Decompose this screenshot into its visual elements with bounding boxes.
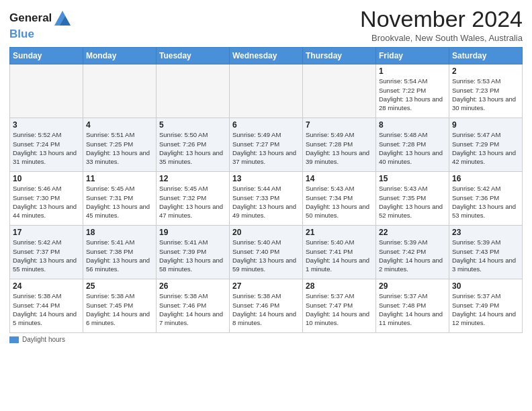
calendar-week-row: 1Sunrise: 5:54 AM Sunset: 7:22 PM Daylig… xyxy=(10,64,523,118)
day-info: Sunrise: 5:47 AM Sunset: 7:29 PM Dayligh… xyxy=(452,130,519,166)
day-info: Sunrise: 5:42 AM Sunset: 7:36 PM Dayligh… xyxy=(452,184,519,220)
calendar-week-row: 10Sunrise: 5:46 AM Sunset: 7:30 PM Dayli… xyxy=(10,172,523,226)
calendar-cell: 21Sunrise: 5:40 AM Sunset: 7:41 PM Dayli… xyxy=(303,226,376,279)
legend-box xyxy=(9,336,19,343)
calendar-cell: 30Sunrise: 5:37 AM Sunset: 7:49 PM Dayli… xyxy=(449,279,523,333)
calendar-cell: 25Sunrise: 5:38 AM Sunset: 7:45 PM Dayli… xyxy=(83,279,157,333)
day-info: Sunrise: 5:52 AM Sunset: 7:24 PM Dayligh… xyxy=(13,130,80,166)
calendar-cell: 29Sunrise: 5:37 AM Sunset: 7:48 PM Dayli… xyxy=(376,279,449,333)
calendar-cell: 18Sunrise: 5:41 AM Sunset: 7:38 PM Dayli… xyxy=(83,226,157,279)
day-number: 14 xyxy=(306,174,373,183)
weekday-header: Thursday xyxy=(303,48,376,64)
header: General Blue November 2024 Brookvale, Ne… xyxy=(9,7,523,43)
day-info: Sunrise: 5:42 AM Sunset: 7:37 PM Dayligh… xyxy=(13,238,80,273)
title-block: November 2024 Brookvale, New South Wales… xyxy=(360,7,523,43)
day-info: Sunrise: 5:41 AM Sunset: 7:39 PM Dayligh… xyxy=(159,238,226,273)
day-number: 28 xyxy=(306,281,373,291)
day-number: 8 xyxy=(379,120,446,130)
calendar-cell: 11Sunrise: 5:45 AM Sunset: 7:31 PM Dayli… xyxy=(83,172,157,226)
day-number: 26 xyxy=(159,281,226,291)
legend-label: Daylight hours xyxy=(22,336,65,343)
day-info: Sunrise: 5:37 AM Sunset: 7:49 PM Dayligh… xyxy=(452,291,519,327)
day-number: 17 xyxy=(13,228,80,237)
calendar-cell xyxy=(83,64,157,118)
calendar-cell xyxy=(157,64,230,118)
calendar-cell: 1Sunrise: 5:54 AM Sunset: 7:22 PM Daylig… xyxy=(376,64,449,118)
day-number: 21 xyxy=(306,228,373,237)
calendar-cell: 16Sunrise: 5:42 AM Sunset: 7:36 PM Dayli… xyxy=(449,172,523,226)
calendar-week-row: 17Sunrise: 5:42 AM Sunset: 7:37 PM Dayli… xyxy=(10,226,523,279)
calendar-cell: 3Sunrise: 5:52 AM Sunset: 7:24 PM Daylig… xyxy=(10,118,83,172)
day-info: Sunrise: 5:41 AM Sunset: 7:38 PM Dayligh… xyxy=(86,238,153,273)
day-info: Sunrise: 5:51 AM Sunset: 7:25 PM Dayligh… xyxy=(86,130,153,166)
page-container: General Blue November 2024 Brookvale, Ne… xyxy=(0,0,532,347)
day-number: 1 xyxy=(379,66,446,76)
calendar-cell: 28Sunrise: 5:37 AM Sunset: 7:47 PM Dayli… xyxy=(303,279,376,333)
calendar-cell: 27Sunrise: 5:38 AM Sunset: 7:46 PM Dayli… xyxy=(230,279,303,333)
day-number: 10 xyxy=(13,174,80,183)
calendar-cell xyxy=(303,64,376,118)
calendar-cell xyxy=(10,64,83,118)
day-info: Sunrise: 5:49 AM Sunset: 7:28 PM Dayligh… xyxy=(306,130,373,166)
day-number: 11 xyxy=(86,174,153,183)
calendar-week-row: 3Sunrise: 5:52 AM Sunset: 7:24 PM Daylig… xyxy=(10,118,523,172)
calendar-cell: 7Sunrise: 5:49 AM Sunset: 7:28 PM Daylig… xyxy=(303,118,376,172)
calendar-cell: 13Sunrise: 5:44 AM Sunset: 7:33 PM Dayli… xyxy=(230,172,303,226)
day-number: 12 xyxy=(159,174,226,183)
day-info: Sunrise: 5:38 AM Sunset: 7:45 PM Dayligh… xyxy=(86,291,153,327)
weekday-header: Saturday xyxy=(449,48,523,64)
day-info: Sunrise: 5:44 AM Sunset: 7:33 PM Dayligh… xyxy=(232,184,300,220)
day-number: 30 xyxy=(452,281,519,291)
day-info: Sunrise: 5:50 AM Sunset: 7:26 PM Dayligh… xyxy=(159,130,226,166)
day-number: 22 xyxy=(379,228,446,237)
day-number: 16 xyxy=(452,174,519,183)
footer: Daylight hours xyxy=(9,336,523,343)
calendar-cell: 4Sunrise: 5:51 AM Sunset: 7:25 PM Daylig… xyxy=(83,118,157,172)
calendar-cell xyxy=(230,64,303,118)
day-info: Sunrise: 5:45 AM Sunset: 7:31 PM Dayligh… xyxy=(86,184,153,220)
day-number: 18 xyxy=(86,228,153,237)
day-info: Sunrise: 5:53 AM Sunset: 7:23 PM Dayligh… xyxy=(452,77,519,112)
calendar-cell: 24Sunrise: 5:38 AM Sunset: 7:44 PM Dayli… xyxy=(10,279,83,333)
calendar-week-row: 24Sunrise: 5:38 AM Sunset: 7:44 PM Dayli… xyxy=(10,279,523,333)
weekday-header: Monday xyxy=(83,48,157,64)
day-info: Sunrise: 5:46 AM Sunset: 7:30 PM Dayligh… xyxy=(13,184,80,220)
day-number: 13 xyxy=(232,174,300,183)
day-info: Sunrise: 5:38 AM Sunset: 7:44 PM Dayligh… xyxy=(13,291,80,327)
day-number: 19 xyxy=(159,228,226,237)
day-info: Sunrise: 5:38 AM Sunset: 7:46 PM Dayligh… xyxy=(232,291,300,327)
day-number: 2 xyxy=(452,66,519,76)
day-info: Sunrise: 5:38 AM Sunset: 7:46 PM Dayligh… xyxy=(159,291,226,327)
day-info: Sunrise: 5:49 AM Sunset: 7:27 PM Dayligh… xyxy=(232,130,300,166)
day-info: Sunrise: 5:39 AM Sunset: 7:43 PM Dayligh… xyxy=(452,238,519,273)
day-number: 24 xyxy=(13,281,80,291)
calendar-cell: 26Sunrise: 5:38 AM Sunset: 7:46 PM Dayli… xyxy=(157,279,230,333)
calendar-cell: 12Sunrise: 5:45 AM Sunset: 7:32 PM Dayli… xyxy=(157,172,230,226)
logo: General Blue xyxy=(9,9,72,41)
calendar-cell: 5Sunrise: 5:50 AM Sunset: 7:26 PM Daylig… xyxy=(157,118,230,172)
day-number: 23 xyxy=(452,228,519,237)
day-info: Sunrise: 5:40 AM Sunset: 7:40 PM Dayligh… xyxy=(232,238,300,273)
day-number: 5 xyxy=(159,120,226,130)
calendar-cell: 23Sunrise: 5:39 AM Sunset: 7:43 PM Dayli… xyxy=(449,226,523,279)
day-number: 15 xyxy=(379,174,446,183)
day-info: Sunrise: 5:37 AM Sunset: 7:48 PM Dayligh… xyxy=(379,291,446,327)
day-info: Sunrise: 5:48 AM Sunset: 7:28 PM Dayligh… xyxy=(379,130,446,166)
day-number: 4 xyxy=(86,120,153,130)
day-info: Sunrise: 5:43 AM Sunset: 7:35 PM Dayligh… xyxy=(379,184,446,220)
calendar-cell: 9Sunrise: 5:47 AM Sunset: 7:29 PM Daylig… xyxy=(449,118,523,172)
day-info: Sunrise: 5:45 AM Sunset: 7:32 PM Dayligh… xyxy=(159,184,226,220)
day-number: 9 xyxy=(452,120,519,130)
month-title: November 2024 xyxy=(360,7,523,32)
weekday-header: Wednesday xyxy=(230,48,303,64)
calendar-cell: 19Sunrise: 5:41 AM Sunset: 7:39 PM Dayli… xyxy=(157,226,230,279)
calendar-cell: 17Sunrise: 5:42 AM Sunset: 7:37 PM Dayli… xyxy=(10,226,83,279)
day-info: Sunrise: 5:37 AM Sunset: 7:47 PM Dayligh… xyxy=(306,291,373,327)
calendar-cell: 14Sunrise: 5:43 AM Sunset: 7:34 PM Dayli… xyxy=(303,172,376,226)
day-number: 6 xyxy=(232,120,300,130)
calendar-header-row: SundayMondayTuesdayWednesdayThursdayFrid… xyxy=(10,48,523,64)
day-info: Sunrise: 5:39 AM Sunset: 7:42 PM Dayligh… xyxy=(379,238,446,273)
calendar-table: SundayMondayTuesdayWednesdayThursdayFrid… xyxy=(9,47,523,333)
calendar-cell: 15Sunrise: 5:43 AM Sunset: 7:35 PM Dayli… xyxy=(376,172,449,226)
weekday-header: Friday xyxy=(376,48,449,64)
